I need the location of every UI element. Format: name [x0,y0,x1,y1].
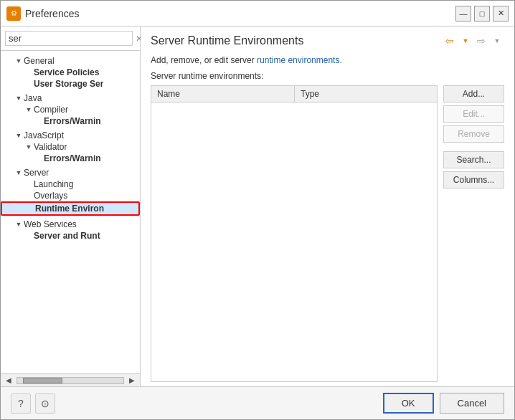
tree-row-general[interactable]: ▼ General [1,55,140,67]
table-and-buttons: Name Type Add... Edit... Remove Search..… [151,85,504,382]
ok-button[interactable]: OK [383,393,434,414]
tree-row-validator[interactable]: ▼ Validator [1,141,140,153]
scroll-right-icon[interactable]: ▶ [127,376,137,384]
expander-errors-java [34,116,44,126]
tree-item-java: ▼ Java ▼ Compiler Errors/Warnin [1,91,140,128]
section-label: Server runtime environments: [151,71,504,81]
columns-button[interactable]: Columns... [443,171,504,188]
description: Add, remove, or edit server runtime envi… [151,55,504,65]
tree-label-runtime: Runtime Environ [35,204,104,214]
tree-row-javascript[interactable]: ▼ JavaScript [1,130,140,141]
title-bar: ⚙ Preferences — □ ✕ [1,1,514,27]
expander-service-policies [24,67,34,77]
tree-label-errors-java: Errors/Warnin [44,116,101,126]
scroll-left-icon[interactable]: ◀ [4,376,14,384]
tree-row-server-and-runt[interactable]: Server and Runt [1,230,140,242]
tree-row-compiler[interactable]: ▼ Compiler [1,104,140,115]
forward-icon[interactable]: ⇨ [474,34,488,48]
expander-javascript: ▼ [14,130,24,140]
tree-label-server-runt: Server and Runt [34,231,100,241]
table-body[interactable] [151,102,437,381]
tree-label-web-services: Web Services [24,219,77,229]
tree-label-overlays: Overlays [34,191,67,201]
tree-label-javascript: JavaScript [24,130,64,140]
table-area: Name Type [151,85,438,382]
tree-row-launching[interactable]: Launching [1,178,140,190]
main-header: Server Runtime Environments ⇦ ▼ ⇨ ▼ [141,27,514,51]
expander-validator: ▼ [24,142,34,152]
add-button[interactable]: Add... [443,85,504,102]
tree-label-general: General [24,56,55,66]
app-icon: ⚙ [6,6,21,21]
close-button[interactable]: ✕ [493,6,509,22]
main-panel: Server Runtime Environments ⇦ ▼ ⇨ ▼ Add,… [141,27,514,386]
footer-left: ? ⊙ [11,393,55,414]
main-content: Add, remove, or edit server runtime envi… [141,51,514,386]
tree-container: ▼ General Service Policies User Storage … [1,51,140,373]
tree-item-javascript: ▼ JavaScript ▼ Validator Errors/Warnin [1,128,140,166]
expander-general: ▼ [14,56,24,66]
sidebar: ✕ ▼ General Service Policies User Stora [1,27,141,386]
expander-launching [24,179,34,189]
remove-button[interactable]: Remove [443,125,504,143]
expander-java: ▼ [14,93,24,103]
tree-label-server: Server [24,168,49,178]
table-header: Name Type [151,86,437,102]
expander-errors-js [34,153,44,163]
minimize-button[interactable]: — [455,6,471,22]
back-arrow-icon[interactable]: ▼ [458,34,473,48]
tree-item-web-services: ▼ Web Services Server and Runt [1,217,140,243]
tree-item-general: ▼ General Service Policies User Storage … [1,54,140,91]
footer: ? ⊙ OK Cancel [1,386,514,419]
help-button[interactable]: ? [11,393,31,414]
expander-compiler: ▼ [24,105,34,115]
search-box: ✕ [1,27,140,51]
expander-overlays [24,191,34,201]
scrollbar-thumb [23,378,62,383]
search-button[interactable]: Search... [443,151,504,168]
back-icon[interactable]: ⇦ [443,34,457,48]
runtime-link[interactable]: runtime environments. [257,55,342,65]
tree-label-validator: Validator [34,142,67,152]
preferences-window: ⚙ Preferences — □ ✕ ✕ ▼ General [0,0,515,420]
tree-row-java[interactable]: ▼ Java [1,92,140,104]
footer-right: OK Cancel [383,393,504,414]
forward-arrow-icon[interactable]: ▼ [490,34,504,48]
tree-row-server[interactable]: ▼ Server [1,167,140,178]
tree-label-user-storage: User Storage Ser [34,79,103,89]
tree-item-server: ▼ Server Launching Overlays Runtime Envi… [1,166,140,217]
tree-row-errors-warnings-java[interactable]: Errors/Warnin [1,115,140,127]
maximize-button[interactable]: □ [474,6,490,22]
tree-label-java: Java [24,93,42,103]
tree-row-user-storage[interactable]: User Storage Ser [1,78,140,90]
col-header-type: Type [295,86,437,102]
tree-label-launching: Launching [34,179,73,189]
expander-server: ▼ [14,168,24,178]
tree-label-service-policies: Service Policies [34,67,99,77]
header-icons: ⇦ ▼ ⇨ ▼ [443,34,504,48]
tree-row-errors-warnings-js[interactable]: Errors/Warnin [1,153,140,164]
window-title: Preferences [25,8,455,19]
tree-label-errors-js: Errors/Warnin [44,153,101,163]
panel-title: Server Runtime Environments [151,34,303,47]
search-input[interactable] [5,31,133,46]
cancel-button[interactable]: Cancel [440,393,504,414]
edit-button[interactable]: Edit... [443,105,504,123]
tree-row-overlays[interactable]: Overlays [1,190,140,201]
buttons-panel: Add... Edit... Remove Search... Columns.… [443,85,504,382]
col-header-name: Name [151,86,295,102]
tree-row-runtime-environments[interactable]: Runtime Environ [1,201,140,216]
tree-label-compiler: Compiler [34,105,68,115]
window-controls: — □ ✕ [455,6,509,22]
settings-button[interactable]: ⊙ [35,393,55,414]
expander-runtime [25,204,35,214]
expander-user-storage [24,79,34,89]
tree-row-service-policies[interactable]: Service Policies [1,67,140,78]
horizontal-scrollbar[interactable] [16,377,124,384]
expander-web-services: ▼ [14,219,24,229]
content-area: ✕ ▼ General Service Policies User Stora [1,27,514,386]
sidebar-scroll-bar: ◀ ▶ [1,373,140,386]
expander-server-runt [24,231,34,241]
tree-row-web-services[interactable]: ▼ Web Services [1,219,140,230]
